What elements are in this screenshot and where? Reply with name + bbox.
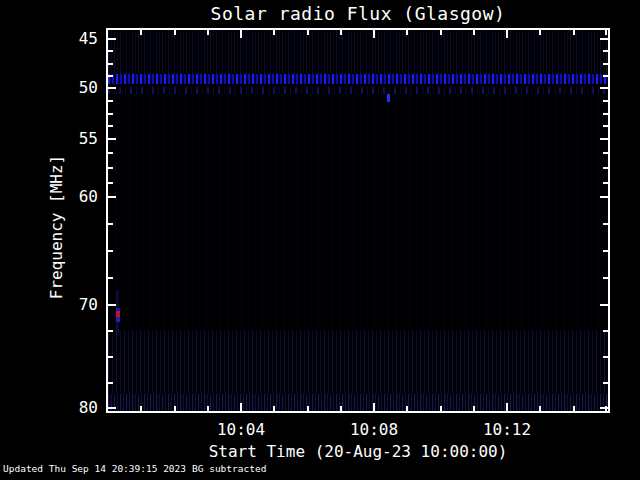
y-major-tick-left [108,38,116,40]
y-tick-label: 80 [50,399,98,417]
y-major-tick-left [108,87,116,89]
x-minor-tick-bottom [340,406,342,411]
x-minor-tick-top [307,30,309,35]
y-minor-tick-left [108,50,113,52]
x-minor-tick-top [340,30,342,35]
y-minor-tick-left [108,330,113,332]
spectrogram-page: Solar radio Flux (Glasgow) Frequency [MH… [0,0,640,480]
y-minor-tick-right [603,330,608,332]
y-minor-tick-left [108,100,113,102]
y-tick-label: 45 [50,30,98,48]
y-minor-tick-right [603,75,608,77]
y-major-tick-right [600,138,608,140]
updated-timestamp: Updated Thu Sep 14 20:39:15 2023 [3,463,186,474]
y-minor-tick-right [603,182,608,184]
y-major-tick-left [108,304,116,306]
y-minor-tick-right [603,152,608,154]
chart-title: Solar radio Flux (Glasgow) [106,3,610,24]
y-minor-tick-left [108,75,113,77]
x-minor-tick-top [207,30,209,35]
y-minor-tick-right [603,356,608,358]
x-minor-tick-bottom [140,406,142,411]
y-major-tick-left [108,407,116,409]
x-tick-label: 10:08 [334,420,414,439]
y-major-tick-right [600,38,608,40]
y-tick-label: 50 [50,79,98,97]
y-major-tick-right [600,87,608,89]
x-minor-tick-top [573,30,575,35]
spectrogram-burst-pixel [116,308,120,322]
x-minor-tick-bottom [307,406,309,411]
y-tick-label: 70 [50,296,98,314]
y-minor-tick-right [603,277,608,279]
x-minor-tick-bottom [573,406,575,411]
spectrogram-noise [108,80,608,328]
y-minor-tick-right [603,125,608,127]
x-major-tick-top [506,30,508,38]
spectrogram-noise [108,394,608,411]
y-minor-tick-left [108,113,113,115]
y-minor-tick-left [108,250,113,252]
x-minor-tick-top [273,30,275,35]
y-minor-tick-right [603,100,608,102]
y-tick-label: 55 [50,130,98,148]
spectrogram-point-event [387,94,390,102]
x-minor-tick-top [473,30,475,35]
spectrogram-noise [108,330,608,394]
x-minor-tick-bottom [174,406,176,411]
y-minor-tick-right [603,382,608,384]
x-major-tick-bottom [373,403,375,411]
y-minor-tick-left [108,167,113,169]
x-minor-tick-top [539,30,541,35]
x-major-tick-top [240,30,242,38]
spectrogram-band [108,74,608,84]
y-minor-tick-left [108,277,113,279]
x-minor-tick-bottom [406,406,408,411]
x-minor-tick-bottom [207,406,209,411]
x-axis-title: Start Time (20-Aug-23 10:00:00) [66,442,640,461]
x-minor-tick-bottom [273,406,275,411]
y-major-tick-right [600,196,608,198]
x-minor-tick-bottom [440,406,442,411]
x-minor-tick-top [440,30,442,35]
y-minor-tick-left [108,223,113,225]
x-minor-tick-bottom [473,406,475,411]
y-minor-tick-left [108,125,113,127]
y-minor-tick-left [108,182,113,184]
y-major-tick-right [600,304,608,306]
y-axis-title: Frequency [MHz] [47,146,67,308]
y-minor-tick-right [603,223,608,225]
x-minor-tick-bottom [605,406,607,411]
x-major-tick-bottom [506,403,508,411]
spectrogram-noise [108,30,608,74]
x-minor-tick-top [140,30,142,35]
y-minor-tick-left [108,382,113,384]
bg-subtracted-note: BG subtracted [192,463,266,474]
x-tick-label: 10:12 [467,420,547,439]
x-minor-tick-top [174,30,176,35]
x-major-tick-bottom [240,403,242,411]
y-minor-tick-left [108,63,113,65]
y-minor-tick-right [603,50,608,52]
x-tick-label: 10:04 [201,420,281,439]
y-minor-tick-right [603,167,608,169]
y-minor-tick-right [603,63,608,65]
y-minor-tick-right [603,113,608,115]
y-minor-tick-right [603,250,608,252]
x-major-tick-top [373,30,375,38]
spectrogram-band [108,87,608,94]
y-tick-label: 60 [50,188,98,206]
x-minor-tick-top [406,30,408,35]
y-minor-tick-left [108,356,113,358]
y-major-tick-left [108,196,116,198]
x-minor-tick-top [605,30,607,35]
plot-area [106,28,610,413]
y-major-tick-left [108,138,116,140]
x-minor-tick-bottom [539,406,541,411]
y-minor-tick-left [108,152,113,154]
